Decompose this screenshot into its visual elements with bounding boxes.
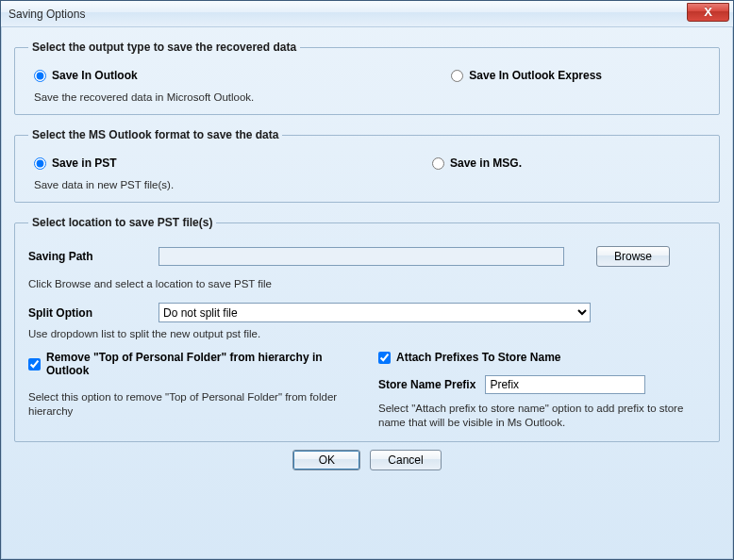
radio-save-in-outlook[interactable] <box>34 70 46 82</box>
checkbox-attach-prefix[interactable] <box>378 352 391 364</box>
radio-save-in-pst[interactable] <box>34 157 46 170</box>
group-outlook-format-legend: Select the MS Outlook format to save the… <box>28 128 282 141</box>
radio-save-in-outlook-label[interactable]: Save In Outlook <box>52 69 138 82</box>
remove-top-desc: Select this option to remove "Top of Per… <box>28 390 356 419</box>
split-desc: Use dropdown list to split the new outpu… <box>28 328 706 339</box>
client-area: Select the output type to save the recov… <box>1 27 733 559</box>
browse-button[interactable]: Browse <box>596 246 670 267</box>
group-save-location: Select location to save PST file(s) Savi… <box>14 216 720 442</box>
store-name-prefix-label: Store Name Prefix <box>378 378 475 391</box>
radio-save-in-outlook-row: Save In Outlook <box>34 69 138 82</box>
close-icon: X <box>704 5 712 19</box>
outlook-format-desc: Save data in new PST file(s). <box>28 179 706 190</box>
group-output-type: Select the output type to save the recov… <box>14 41 720 115</box>
checkbox-attach-prefix-label[interactable]: Attach Prefixes To Store Name <box>396 351 561 364</box>
radio-save-in-outlook-express-row: Save In Outlook Express <box>451 69 602 82</box>
group-output-type-legend: Select the output type to save the recov… <box>28 41 300 54</box>
output-type-desc: Save the recovered data in Microsoft Out… <box>28 91 706 103</box>
checkbox-remove-top-folder-label[interactable]: Remove "Top of Personal Folder" from hie… <box>46 351 356 377</box>
attach-prefix-desc: Select "Attach prefix to store name" opt… <box>378 402 706 430</box>
cancel-button[interactable]: Cancel <box>370 450 441 470</box>
split-option-label: Split Option <box>28 306 151 320</box>
group-outlook-format: Select the MS Outlook format to save the… <box>14 128 720 203</box>
radio-save-in-msg-row: Save in MSG. <box>432 156 522 170</box>
saving-options-dialog: Saving Options X Select the output type … <box>0 0 734 560</box>
radio-save-in-outlook-express[interactable] <box>451 70 463 82</box>
split-option-select[interactable]: Do not split file <box>158 303 591 322</box>
saving-path-input[interactable] <box>158 247 564 266</box>
store-name-prefix-input[interactable] <box>485 375 645 394</box>
titlebar: Saving Options X <box>1 1 733 27</box>
radio-save-in-pst-label[interactable]: Save in PST <box>52 156 117 170</box>
saving-path-label: Saving Path <box>28 250 151 263</box>
window-title: Saving Options <box>8 8 85 21</box>
ok-button[interactable]: OK <box>292 450 360 470</box>
radio-save-in-pst-row: Save in PST <box>34 156 117 170</box>
radio-save-in-msg-label[interactable]: Save in MSG. <box>450 156 522 170</box>
checkbox-remove-top-folder[interactable] <box>28 358 41 371</box>
radio-save-in-msg[interactable] <box>432 157 444 170</box>
radio-save-in-outlook-express-label[interactable]: Save In Outlook Express <box>469 69 602 82</box>
footer-buttons: OK Cancel <box>14 450 720 470</box>
group-save-location-legend: Select location to save PST file(s) <box>28 216 216 229</box>
remove-top-col: Remove "Top of Personal Folder" from hie… <box>28 351 356 430</box>
browse-desc: Click Browse and select a location to sa… <box>28 278 706 289</box>
close-button[interactable]: X <box>687 3 729 22</box>
attach-prefix-col: Attach Prefixes To Store Name Store Name… <box>378 351 706 430</box>
